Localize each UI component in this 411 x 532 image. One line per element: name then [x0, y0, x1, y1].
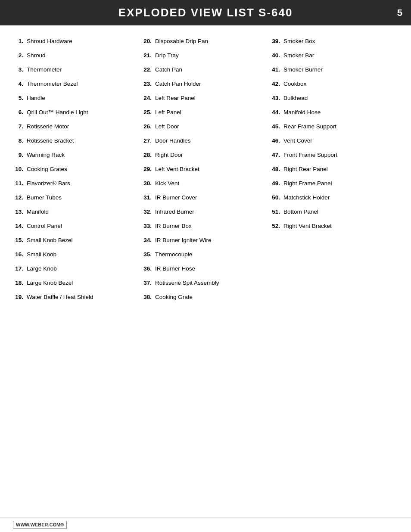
list-item: 6.Qrill Out™ Handle Light: [13, 105, 141, 119]
item-label: Small Knob Bezel: [27, 237, 73, 243]
item-number: 10.: [13, 166, 27, 172]
item-number: 14.: [13, 223, 27, 229]
item-label: Rotisserie Motor: [27, 123, 69, 130]
item-number: 50.: [270, 194, 283, 201]
item-number: 16.: [13, 251, 27, 258]
item-label: Disposable Drip Pan: [155, 38, 208, 44]
item-number: 24.: [141, 95, 155, 101]
list-item: 37.Rotisserie Spit Assembly: [141, 276, 270, 290]
list-item: 32.Infrared Burner: [141, 205, 270, 219]
website-label: WWW.WEBER.COM®: [13, 521, 67, 529]
item-number: 51.: [270, 208, 283, 215]
list-item: 48.Right Rear Panel: [270, 162, 398, 176]
item-number: 6.: [13, 109, 27, 115]
list-item: 9.Warming Rack: [13, 148, 141, 162]
item-number: 21.: [141, 52, 155, 59]
list-item: 15.Small Knob Bezel: [13, 233, 141, 247]
item-number: 1.: [13, 38, 27, 44]
column-3: 39.Smoker Box40.Smoker Bar41.Smoker Burn…: [270, 34, 398, 304]
item-number: 25.: [141, 109, 155, 115]
page: EXPLODED VIEW LIST S-640 5 1.Shroud Hard…: [0, 0, 411, 532]
item-number: 22.: [141, 66, 155, 73]
item-number: 15.: [13, 237, 27, 243]
item-label: Cooking Grates: [27, 166, 67, 172]
list-item: 21.Drip Tray: [141, 48, 270, 62]
item-label: Left Panel: [155, 109, 181, 115]
list-item: 41.Smoker Burner: [270, 62, 398, 77]
list-item: 24.Left Rear Panel: [141, 91, 270, 105]
item-number: 34.: [141, 237, 155, 243]
list-item: 26.Left Door: [141, 119, 270, 134]
item-label: Cookbox: [283, 81, 306, 87]
item-number: 48.: [270, 166, 283, 172]
item-number: 41.: [270, 66, 283, 73]
item-label: IR Burner Box: [155, 223, 192, 229]
item-label: Matchstick Holder: [283, 194, 330, 201]
item-label: Large Knob: [27, 265, 57, 272]
list-item: 44.Manifold Hose: [270, 105, 398, 119]
list-item: 20.Disposable Drip Pan: [141, 34, 270, 48]
list-item: 25.Left Panel: [141, 105, 270, 119]
item-number: 5.: [13, 95, 27, 101]
page-title: EXPLODED VIEW LIST S-640: [118, 6, 293, 19]
item-number: 12.: [13, 194, 27, 201]
item-number: 36.: [141, 265, 155, 272]
item-number: 30.: [141, 180, 155, 187]
list-item: 5.Handle: [13, 91, 141, 105]
item-label: Right Door: [155, 152, 183, 158]
item-number: 3.: [13, 66, 27, 73]
list-item: 42.Cookbox: [270, 77, 398, 91]
item-label: Vent Cover: [283, 137, 312, 144]
item-label: Qrill Out™ Handle Light: [27, 109, 88, 115]
item-number: 4.: [13, 81, 27, 87]
item-label: Right Rear Panel: [283, 166, 328, 172]
list-item: 27.Door Handles: [141, 134, 270, 148]
item-number: 44.: [270, 109, 283, 115]
item-label: Burner Tubes: [27, 194, 62, 201]
list-item: 4.Thermometer Bezel: [13, 77, 141, 91]
item-label: Left Door: [155, 123, 179, 130]
item-label: Rotisserie Spit Assembly: [155, 280, 219, 286]
list-item: 7.Rotisserie Motor: [13, 119, 141, 134]
item-number: 28.: [141, 152, 155, 158]
item-number: 39.: [270, 38, 283, 44]
list-item: 35.Thermocouple: [141, 247, 270, 261]
list-item: 38.Cooking Grate: [141, 290, 270, 304]
list-item: 19.Water Baffle / Heat Shield: [13, 290, 141, 304]
list-item: 22.Catch Pan: [141, 62, 270, 77]
item-label: Small Knob: [27, 251, 56, 258]
item-label: Warming Rack: [27, 152, 65, 158]
list-item: 13.Manifold: [13, 205, 141, 219]
item-label: Smoker Burner: [283, 66, 323, 73]
item-number: 19.: [13, 294, 27, 300]
item-label: Thermometer Bezel: [27, 81, 78, 87]
item-number: 46.: [270, 137, 283, 144]
list-item: 11.Flavorizer® Bars: [13, 176, 141, 190]
item-number: 52.: [270, 223, 283, 229]
list-item: 45.Rear Frame Support: [270, 119, 398, 134]
item-label: Front Frame Support: [283, 152, 337, 158]
item-label: Shroud Hardware: [27, 38, 72, 44]
item-label: Handle: [27, 95, 45, 101]
item-number: 47.: [270, 152, 283, 158]
item-label: Manifold Hose: [283, 109, 321, 115]
item-number: 17.: [13, 265, 27, 272]
list-item: 51.Bottom Panel: [270, 205, 398, 219]
list-item: 14.Control Panel: [13, 219, 141, 233]
item-number: 13.: [13, 208, 27, 215]
item-number: 37.: [141, 280, 155, 286]
item-label: IR Burner Igniter Wire: [155, 237, 212, 243]
list-item: 8.Rotisserie Bracket: [13, 134, 141, 148]
list-item: 3.Thermometer: [13, 62, 141, 77]
item-label: Right Vent Bracket: [283, 223, 332, 229]
list-item: 31.IR Burner Cover: [141, 190, 270, 205]
page-number: 5: [397, 7, 402, 19]
list-item: 39.Smoker Box: [270, 34, 398, 48]
content-area: 1.Shroud Hardware2.Shroud3.Thermometer4.…: [0, 25, 411, 330]
item-label: Kick Vent: [155, 180, 179, 187]
item-number: 32.: [141, 208, 155, 215]
list-item: 34.IR Burner Igniter Wire: [141, 233, 270, 247]
item-label: Bottom Panel: [283, 208, 318, 215]
list-item: 2.Shroud: [13, 48, 141, 62]
parts-columns: 1.Shroud Hardware2.Shroud3.Thermometer4.…: [13, 34, 398, 304]
